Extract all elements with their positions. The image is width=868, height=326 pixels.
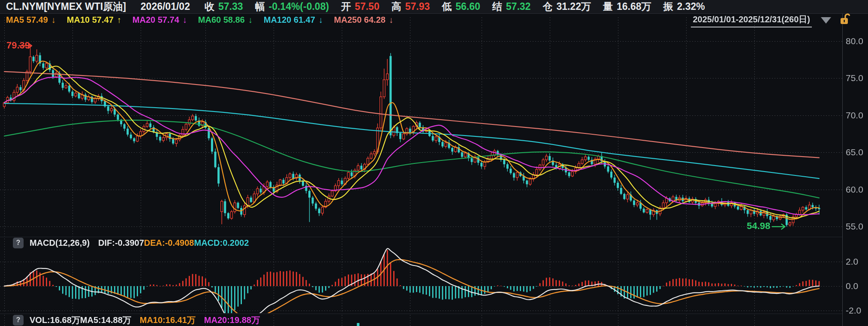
ma-indicator-ma20: MA20 57.74↓ [133,15,187,25]
quote-field-量: 量16.68万 [603,0,651,13]
macd-hist-value: MACD:0.2002 [194,238,249,248]
macd-axis-label: 0.0 [846,281,858,291]
quote-field-开: 开57.50 [341,0,380,13]
date-range-control[interactable]: 2025/01/01-2025/12/31(260日) [691,14,812,27]
symbol-title: CL.NYM[NYMEX WTI原油] [6,0,126,13]
trend-arrow-icon: ↓ [248,15,253,24]
help-icon[interactable]: ? [13,315,24,326]
ma-indicator-ma10: MA10 57.47↑ [67,15,121,25]
trade-date: 2026/01/02 [141,1,190,12]
price-axis-label: 80.0 [846,36,863,46]
help-icon[interactable]: ? [13,238,24,248]
quote-field-幅: 幅-0.14%(-0.08) [255,0,329,13]
date-range-label[interactable]: 2025/01/01-2025/12/31(260日) [691,14,812,27]
quote-fields: 收57.33幅-0.14%(-0.08)开57.50高57.93低56.60结5… [205,0,717,13]
trend-arrow-icon: ↓ [389,15,393,24]
quote-field-高: 高57.93 [392,0,430,13]
price-axis-label: 75.0 [846,73,863,83]
quote-field-value: 57.50 [355,1,380,12]
ma-indicator-ma120: MA120 61.47↓ [264,15,323,25]
chevron-down-icon[interactable] [821,17,831,24]
vol-ma20-value: MA20:19.88万 [204,314,260,326]
macd-label-row: ? MACD(12,26,9) DIF:-0.3907 DEA:-0.4908 … [13,237,249,248]
price-annotation: 54.98 [732,220,770,232]
price-axis-label: 65.0 [846,147,863,157]
macd-dif-value: DIF:-0.3907 [98,238,144,248]
quote-field-value: 57.93 [405,1,430,12]
price-axis-label: 55.0 [846,221,863,232]
quote-field-label: 开 [341,1,351,12]
quote-field-仓: 仓31.22万 [542,0,591,13]
quote-field-label: 量 [603,1,613,12]
ma-indicator-ma60: MA60 58.86↓ [198,15,253,25]
quote-field-label: 振 [663,1,673,12]
quote-field-value: 56.60 [455,1,480,12]
macd-title: MACD(12,26,9) [30,238,90,248]
quote-field-value: 16.68万 [617,1,651,12]
quote-field-低: 低56.60 [442,0,480,13]
quote-field-value: 57.32 [506,1,531,12]
price-axis-label: 60.0 [846,184,863,195]
trend-arrow-icon: ↑ [117,15,121,24]
macd-axis-label: -2.0 [846,305,861,316]
ma-indicator-ma5: MA5 57.49↓ [6,15,56,25]
price-axis-label: 70.0 [846,110,863,121]
quote-field-value: 31.22万 [556,1,591,12]
vol-ma5-value: MA5:14.88万 [80,314,131,326]
macd-axis-label: 2.0 [846,257,858,267]
vol-value: VOL:16.68万 [30,314,80,326]
quote-field-value: -0.14%(-0.08) [269,1,329,12]
trend-arrow-icon: ↓ [51,15,56,24]
ma-indicator-row: MA5 57.49↓MA10 57.47↑MA20 57.74↓MA60 58.… [6,15,404,25]
trend-arrow-icon: ↓ [319,15,323,24]
quote-field-label: 结 [492,1,502,12]
quote-field-收: 收57.33 [205,0,243,13]
ma-indicator-ma250: MA250 64.28↓ [334,15,393,25]
chart-application: CL.NYM[NYMEX WTI原油] 2026/01/02 收57.33幅-0… [0,0,868,326]
macd-dea-value: DEA:-0.4908 [144,238,194,248]
quote-field-结: 结57.32 [492,0,531,13]
quote-field-label: 低 [442,1,452,12]
quote-field-value: 2.32% [677,1,705,12]
volume-label-row: ? VOL:16.68万 MA5:14.88万 MA10:16.41万 MA20… [13,314,260,326]
quote-field-label: 高 [392,1,401,12]
quote-field-value: 57.33 [218,1,243,12]
price-annotation: 79.39 [0,40,30,51]
quote-field-label: 收 [205,1,214,12]
header-bar: CL.NYM[NYMEX WTI原油] 2026/01/02 收57.33幅-0… [0,0,868,14]
trend-arrow-icon: ↓ [183,15,187,24]
price-chart-canvas[interactable] [0,0,868,326]
quote-field-label: 仓 [542,1,552,12]
quote-field-振: 振2.32% [663,0,705,13]
unlock-icon[interactable] [838,13,851,27]
quote-field-label: 幅 [255,1,265,12]
vol-ma10-value: MA10:16.41万 [140,314,196,326]
